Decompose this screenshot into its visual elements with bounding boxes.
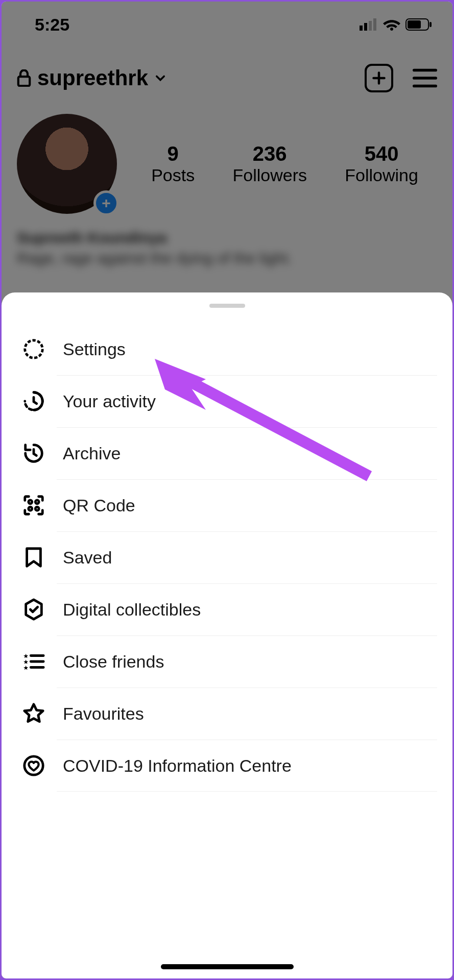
collectibles-icon: [22, 598, 45, 621]
home-indicator[interactable]: [161, 964, 294, 969]
close-friends-icon: [22, 650, 45, 673]
menu-item-label: COVID-19 Information Centre: [63, 756, 292, 776]
menu-item-qrcode[interactable]: QR Code: [2, 479, 452, 531]
svg-point-9: [29, 500, 32, 504]
sheet-grabber[interactable]: [209, 304, 245, 308]
heart-circle-icon: [22, 754, 45, 777]
menu-item-label: Saved: [63, 548, 112, 568]
menu-item-close-friends[interactable]: Close friends: [2, 635, 452, 688]
svg-point-12: [35, 507, 39, 510]
menu-item-settings[interactable]: Settings: [2, 323, 452, 375]
menu-item-label: Archive: [63, 444, 121, 463]
menu-item-saved[interactable]: Saved: [2, 531, 452, 583]
menu-item-label: Your activity: [63, 391, 156, 411]
menu-item-label: Settings: [63, 339, 126, 359]
menu-item-covid[interactable]: COVID-19 Information Centre: [2, 740, 452, 792]
phone-screen: 5:25 supreethrk +: [0, 0, 454, 980]
menu-item-label: Close friends: [63, 652, 164, 672]
svg-point-10: [35, 500, 39, 504]
menu-item-label: QR Code: [63, 496, 135, 516]
menu-item-label: Favourites: [63, 704, 144, 724]
svg-point-11: [29, 507, 32, 510]
menu-item-collectibles[interactable]: Digital collectibles: [2, 583, 452, 635]
menu-item-archive[interactable]: Archive: [2, 427, 452, 479]
svg-point-13: [25, 756, 43, 775]
menu-item-activity[interactable]: Your activity: [2, 375, 452, 427]
archive-icon: [22, 442, 45, 465]
menu-item-favourites[interactable]: Favourites: [2, 688, 452, 740]
svg-point-8: [25, 340, 43, 358]
settings-icon: [22, 337, 45, 361]
activity-icon: [22, 389, 45, 413]
star-icon: [22, 702, 45, 725]
qr-code-icon: [22, 494, 45, 517]
bottom-sheet: Settings Your activity Archive QR Code: [2, 292, 452, 978]
bookmark-icon: [22, 546, 45, 569]
menu-item-label: Digital collectibles: [63, 600, 201, 620]
menu-list: Settings Your activity Archive QR Code: [2, 323, 452, 792]
